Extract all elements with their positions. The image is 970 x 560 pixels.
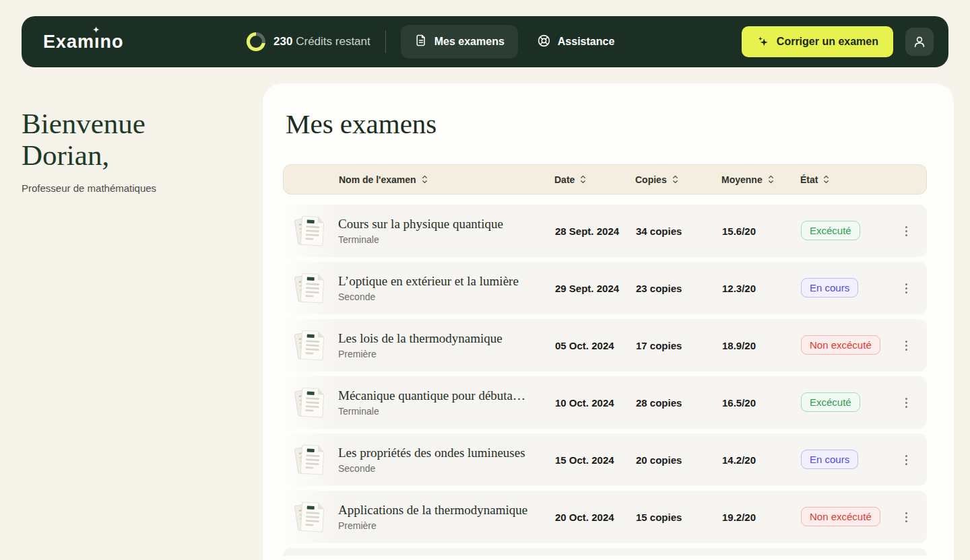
sort-icon bbox=[579, 174, 587, 184]
exam-copies: 34 copies bbox=[636, 225, 722, 237]
exam-date: 05 Oct. 2024 bbox=[555, 340, 636, 351]
table-row[interactable]: Applications de la thermodynamique Premi… bbox=[283, 491, 927, 543]
profession-subtitle: Professeur de mathématiques bbox=[22, 182, 244, 194]
nav-item-assistance[interactable]: Assistance bbox=[533, 25, 619, 59]
exam-level: Première bbox=[338, 349, 503, 359]
exam-name: L’optique en extérieur et la lumière bbox=[338, 274, 519, 289]
kebab-menu-icon[interactable] bbox=[896, 335, 916, 355]
exam-name: Les lois de la thermodynamique bbox=[338, 331, 503, 346]
exam-name: Cours sur la physique quantique bbox=[338, 217, 503, 232]
sort-icon bbox=[672, 174, 679, 184]
avatar[interactable] bbox=[905, 28, 934, 56]
sort-icon bbox=[767, 174, 775, 184]
documents-stack-icon bbox=[291, 440, 329, 479]
sidebar: BienvenueDorian, Professeur de mathémati… bbox=[22, 108, 244, 194]
exam-date: 28 Sept. 2024 bbox=[555, 225, 636, 237]
documents-stack-icon bbox=[291, 497, 329, 536]
corriger-examen-button[interactable]: Corriger un examen bbox=[742, 26, 893, 57]
top-navbar: Examı✦no 230 Crédits restant Mes examens bbox=[22, 16, 948, 67]
exam-average: 19.2/20 bbox=[722, 512, 801, 523]
status-badge: Excécuté bbox=[801, 221, 860, 240]
sparkles-icon bbox=[756, 35, 770, 48]
exam-average: 14.2/20 bbox=[722, 454, 801, 466]
sort-icon bbox=[822, 174, 830, 184]
exam-copies: 15 copies bbox=[636, 512, 722, 523]
documents-stack-icon bbox=[291, 211, 329, 250]
table-row[interactable]: Cours sur la physique quantique Terminal… bbox=[283, 205, 927, 257]
credits-progress-ring-icon bbox=[247, 32, 265, 51]
exam-copies: 23 copies bbox=[636, 283, 722, 294]
kebab-menu-icon[interactable] bbox=[896, 278, 916, 298]
exam-level: Première bbox=[338, 520, 527, 531]
exam-copies: 28 copies bbox=[636, 397, 722, 409]
documents-stack-icon bbox=[291, 383, 329, 422]
exam-level: Seconde bbox=[338, 291, 519, 302]
status-badge: En cours bbox=[801, 450, 858, 469]
help-icon bbox=[537, 34, 551, 50]
exam-name: Les propriétés des ondes lumineuses bbox=[338, 446, 525, 460]
sort-icon bbox=[421, 174, 428, 184]
documents-stack-icon bbox=[291, 269, 329, 308]
logo[interactable]: Examı✦no bbox=[43, 32, 124, 53]
column-header-etat[interactable]: État bbox=[800, 174, 895, 185]
status-badge: En cours bbox=[801, 278, 858, 298]
table-row[interactable]: Les propriétés des ondes lumineuses Seco… bbox=[283, 433, 927, 486]
welcome-heading: BienvenueDorian, bbox=[22, 108, 244, 172]
exam-average: 12.3/20 bbox=[722, 283, 801, 294]
column-header-date[interactable]: Date bbox=[554, 174, 635, 185]
logo-star-icon: ✦ bbox=[93, 26, 99, 34]
exam-average: 18.9/20 bbox=[722, 340, 801, 351]
page-title: Mes examens bbox=[286, 108, 927, 140]
nav-item-label: Mes examens bbox=[434, 36, 505, 48]
status-badge: Non excécuté bbox=[801, 507, 880, 526]
table-header: Nom de l'examen Date Copies Moyenne État bbox=[283, 164, 927, 195]
column-header-copies[interactable]: Copies bbox=[635, 174, 721, 185]
credits-indicator: 230 Crédits restant bbox=[247, 32, 370, 51]
navbar-divider bbox=[385, 30, 386, 53]
status-badge: Excécuté bbox=[801, 392, 860, 412]
exam-average: 15.6/20 bbox=[722, 225, 801, 237]
exam-level: Terminale bbox=[338, 234, 503, 245]
table-body: Cours sur la physique quantique Terminal… bbox=[283, 205, 927, 543]
credits-text: 230 Crédits restant bbox=[273, 35, 370, 48]
kebab-menu-icon[interactable] bbox=[896, 450, 916, 470]
exam-level: Seconde bbox=[338, 463, 525, 474]
kebab-menu-icon[interactable] bbox=[896, 392, 916, 413]
table-row[interactable]: Mécanique quantique pour débuta… Termina… bbox=[283, 376, 927, 429]
status-badge: Non excécuté bbox=[801, 335, 880, 355]
user-icon bbox=[912, 34, 927, 49]
exam-copies: 17 copies bbox=[636, 340, 722, 351]
exam-date: 15 Oct. 2024 bbox=[555, 454, 636, 466]
column-header-nom[interactable]: Nom de l'examen bbox=[284, 174, 554, 185]
exam-date: 10 Oct. 2024 bbox=[555, 397, 636, 409]
exam-date: 29 Sept. 2024 bbox=[555, 283, 636, 294]
table-row[interactable]: Les lois de la thermodynamique Première … bbox=[283, 319, 927, 372]
exam-level: Terminale bbox=[338, 406, 525, 417]
nav-item-mes-examens[interactable]: Mes examens bbox=[401, 25, 518, 59]
table-row[interactable]: L’optique en extérieur et la lumière Sec… bbox=[283, 262, 927, 314]
kebab-menu-icon[interactable] bbox=[896, 507, 916, 527]
documents-stack-icon bbox=[291, 326, 329, 365]
kebab-menu-icon[interactable] bbox=[896, 221, 916, 241]
exam-name: Mécanique quantique pour débuta… bbox=[338, 388, 525, 403]
exam-copies: 20 copies bbox=[636, 454, 722, 466]
exam-name: Applications de la thermodynamique bbox=[338, 503, 527, 518]
table-row-partial bbox=[283, 548, 927, 556]
main-card: Mes examens Nom de l'examen Date Copies … bbox=[263, 83, 954, 560]
exam-average: 16.5/20 bbox=[722, 397, 801, 409]
document-icon bbox=[414, 34, 428, 50]
column-header-moyenne[interactable]: Moyenne bbox=[721, 174, 800, 185]
exam-date: 20 Oct. 2024 bbox=[555, 512, 636, 523]
nav-item-label: Assistance bbox=[558, 36, 615, 48]
